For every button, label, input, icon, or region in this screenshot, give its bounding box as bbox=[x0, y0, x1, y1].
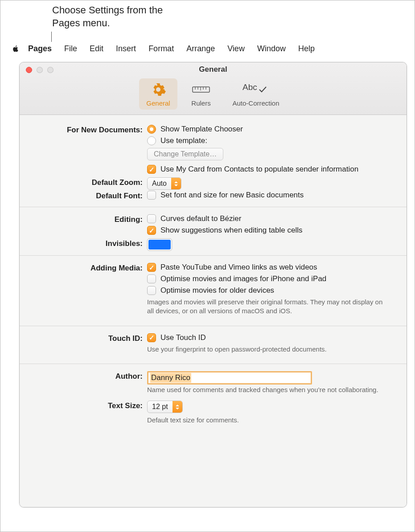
divider bbox=[20, 207, 407, 207]
menu-item-help[interactable]: Help bbox=[292, 42, 321, 55]
menu-item-edit[interactable]: Edit bbox=[83, 42, 110, 55]
invisibles-color-well[interactable] bbox=[147, 238, 172, 251]
checkbox-table-suggestions[interactable]: Show suggestions when editing table cell… bbox=[147, 226, 393, 235]
popup-value: Auto bbox=[148, 180, 171, 188]
window-title: General bbox=[20, 65, 407, 74]
author-help: Name used for comments and tracked chang… bbox=[147, 385, 388, 394]
checkbox-icon bbox=[147, 191, 156, 200]
tab-label: Rulers bbox=[191, 99, 210, 107]
tab-auto-correction[interactable]: Abc Auto-Correction bbox=[225, 78, 287, 110]
checkbox-icon bbox=[147, 286, 156, 295]
stepper-arrows-icon bbox=[171, 178, 181, 189]
menu-item-window[interactable]: Window bbox=[251, 42, 292, 55]
radio-use-template[interactable]: Use template: bbox=[147, 136, 393, 145]
abc-check-icon: Abc bbox=[242, 82, 269, 98]
checkbox-icon bbox=[147, 263, 156, 272]
adding-media-label: Adding Media: bbox=[33, 263, 147, 273]
default-font-label: Default Font: bbox=[33, 191, 147, 201]
tab-label: General bbox=[146, 99, 170, 107]
radio-label: Use template: bbox=[160, 136, 207, 145]
stepper-arrows-icon bbox=[173, 401, 182, 413]
settings-window: General General Rulers Abc bbox=[19, 62, 407, 507]
gear-icon bbox=[151, 82, 166, 98]
divider bbox=[20, 364, 407, 364]
touch-id-help: Use your fingerprint to open password-pr… bbox=[147, 345, 388, 354]
menu-bar: Pages File Edit Insert Format Arrange Vi… bbox=[6, 42, 409, 55]
checkbox-label: Paste YouTube and Vimeo links as web vid… bbox=[160, 263, 317, 272]
checkbox-icon bbox=[147, 274, 156, 283]
svg-text:Abc: Abc bbox=[242, 82, 257, 92]
checkbox-icon bbox=[147, 165, 156, 174]
popup-value: 12 pt bbox=[148, 403, 173, 411]
checkbox-label: Optimise movies for older devices bbox=[160, 286, 274, 295]
menu-item-arrange[interactable]: Arrange bbox=[180, 42, 221, 55]
checkbox-curves-bezier[interactable]: Curves default to Bézier bbox=[147, 214, 393, 223]
radio-show-template-chooser[interactable]: Show Template Chooser bbox=[147, 125, 393, 134]
checkbox-use-my-card[interactable]: Use My Card from Contacts to populate se… bbox=[147, 165, 393, 174]
menu-item-insert[interactable]: Insert bbox=[110, 42, 142, 55]
invisibles-label: Invisibles: bbox=[33, 238, 147, 248]
checkbox-label: Curves default to Bézier bbox=[160, 214, 241, 223]
author-text-field[interactable]: Danny Rico bbox=[147, 371, 312, 385]
checkbox-label: Use Touch ID bbox=[160, 333, 206, 342]
menu-item-view[interactable]: View bbox=[221, 42, 251, 55]
adding-media-help: Images and movies will preserve their or… bbox=[147, 298, 388, 316]
callout-text: Choose Settings from the Pages menu. bbox=[52, 4, 177, 29]
default-zoom-label: Default Zoom: bbox=[33, 177, 147, 187]
author-label: Author: bbox=[33, 371, 147, 381]
apple-logo-icon[interactable] bbox=[9, 45, 22, 53]
text-size-help: Default text size for comments. bbox=[147, 416, 388, 425]
checkbox-optimise-older-devices[interactable]: Optimise movies for older devices bbox=[147, 286, 393, 295]
ruler-icon bbox=[192, 82, 210, 98]
checkbox-label: Optimise movies and images for iPhone an… bbox=[160, 274, 326, 283]
editing-label: Editing: bbox=[33, 214, 147, 224]
text-size-label: Text Size: bbox=[33, 401, 147, 410]
menu-item-pages[interactable]: Pages bbox=[22, 42, 58, 55]
tab-general[interactable]: General bbox=[139, 78, 177, 110]
tab-rulers[interactable]: Rulers bbox=[182, 78, 220, 110]
radio-label: Show Template Chooser bbox=[160, 125, 243, 134]
touch-id-label: Touch ID: bbox=[33, 333, 147, 343]
radio-icon bbox=[147, 125, 156, 134]
default-zoom-popup[interactable]: Auto bbox=[147, 177, 181, 190]
tab-label: Auto-Correction bbox=[232, 99, 279, 107]
checkbox-optimise-iphone-ipad[interactable]: Optimise movies and images for iPhone an… bbox=[147, 274, 393, 283]
checkbox-label: Set font and size for new Basic document… bbox=[160, 191, 304, 200]
checkbox-icon bbox=[147, 226, 156, 235]
titlebar: General General Rulers Abc bbox=[20, 62, 407, 115]
menu-item-file[interactable]: File bbox=[58, 42, 83, 55]
for-new-documents-label: For New Documents: bbox=[33, 125, 147, 135]
radio-icon bbox=[147, 136, 156, 145]
menu-item-format[interactable]: Format bbox=[142, 42, 180, 55]
text-size-popup[interactable]: 12 pt bbox=[147, 401, 183, 413]
checkbox-use-touch-id[interactable]: Use Touch ID bbox=[147, 333, 393, 342]
checkbox-paste-web-videos[interactable]: Paste YouTube and Vimeo links as web vid… bbox=[147, 263, 393, 272]
settings-content: For New Documents: Show Template Chooser… bbox=[20, 115, 407, 507]
divider bbox=[20, 255, 407, 256]
color-swatch bbox=[148, 240, 171, 250]
checkbox-icon bbox=[147, 333, 156, 342]
author-value: Danny Rico bbox=[150, 373, 191, 383]
checkbox-label: Use My Card from Contacts to populate se… bbox=[160, 165, 358, 174]
toolbar-tabs: General Rulers Abc Auto-Correction bbox=[139, 78, 287, 110]
change-template-button[interactable]: Change Template… bbox=[147, 148, 223, 160]
checkbox-label: Show suggestions when editing table cell… bbox=[160, 226, 302, 235]
divider bbox=[20, 326, 407, 326]
checkbox-icon bbox=[147, 214, 156, 223]
checkbox-set-font[interactable]: Set font and size for new Basic document… bbox=[147, 191, 393, 200]
